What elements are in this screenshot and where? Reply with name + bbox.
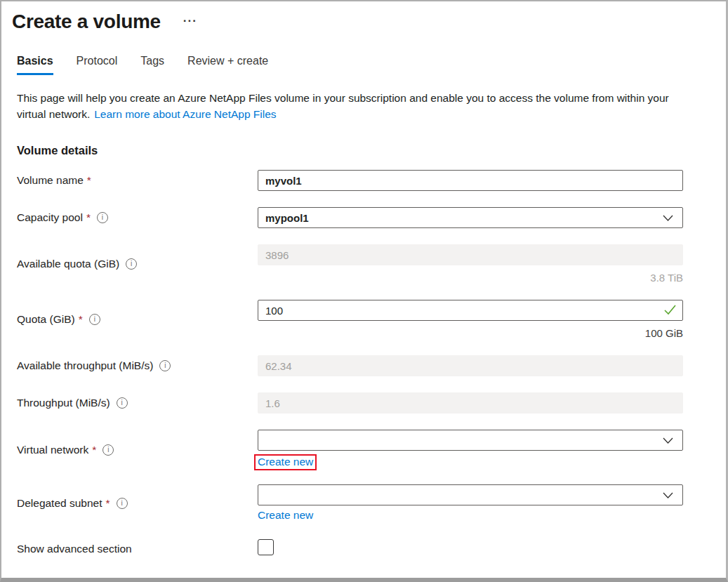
check-icon [664,305,676,315]
available-quota-hint: 3.8 TiB [258,272,683,284]
volume-name-label-cell: Volume name * [17,170,258,191]
section-title: Volume details [17,144,683,157]
throughput-label-cell: Throughput (MiB/s) [17,392,258,414]
available-throughput-row: Available throughput (MiB/s) [17,355,683,376]
delegated-subnet-row: Delegated subnet * Create new [17,484,683,522]
quota-label-cell: Quota (GiB) * [17,300,258,339]
quota-label: Quota (GiB) [17,313,75,326]
intro-text: This page will help you create an Azure … [17,90,683,122]
virtual-network-dropdown[interactable] [258,430,683,451]
tab-protocol[interactable]: Protocol [77,55,118,75]
info-icon[interactable] [102,444,114,456]
create-new-vnet-link[interactable]: Create new [258,456,313,468]
available-throughput-label-cell: Available throughput (MiB/s) [17,355,258,376]
create-new-subnet-link[interactable]: Create new [258,509,313,521]
show-advanced-checkbox[interactable] [258,539,274,555]
capacity-pool-value: mypool1 [265,212,309,224]
capacity-pool-dropdown[interactable]: mypool1 [258,207,683,228]
available-quota-label: Available quota (GiB) [17,258,119,270]
throughput-label: Throughput (MiB/s) [17,397,110,409]
page-title: Create a volume [12,11,161,33]
throughput-input [258,392,683,414]
required-marker: * [86,211,91,224]
show-advanced-label: Show advanced section [17,543,132,555]
create-volume-page: Create a volume ··· Basics Protocol Tags… [0,0,728,582]
required-marker: * [92,444,96,456]
tab-basics[interactable]: Basics [17,55,53,75]
delegated-subnet-label: Delegated subnet [17,497,102,510]
quota-hint: 100 GiB [258,327,683,339]
required-marker: * [87,174,91,187]
info-icon[interactable] [159,360,171,371]
tab-review-create[interactable]: Review + create [187,55,268,75]
learn-more-link[interactable]: Learn more about Azure NetApp Files [94,108,276,120]
tab-bar: Basics Protocol Tags Review + create [17,55,683,75]
available-throughput-label: Available throughput (MiB/s) [17,359,153,372]
volume-name-label: Volume name [17,174,84,187]
virtual-network-label: Virtual network [17,444,88,456]
show-advanced-label-cell: Show advanced section [17,538,258,560]
capacity-pool-row: Capacity pool * mypool1 [17,207,683,228]
info-icon[interactable] [117,397,128,409]
info-icon[interactable] [126,258,137,270]
info-icon[interactable] [89,314,100,325]
info-icon[interactable] [97,212,108,223]
chevron-down-icon [663,437,673,444]
volume-name-input[interactable] [258,170,683,191]
info-icon[interactable] [117,498,128,509]
volume-details-form: Volume name * Capacity pool * mypool1 [17,170,683,560]
virtual-network-row: Virtual network * Create new [17,430,683,470]
available-quota-input [258,244,683,265]
virtual-network-label-cell: Virtual network * [17,430,258,470]
tab-tags[interactable]: Tags [140,55,164,75]
page-header: Create a volume ··· [12,11,683,33]
delegated-subnet-label-cell: Delegated subnet * [17,484,258,522]
required-marker: * [106,497,110,510]
chevron-down-icon [663,492,673,498]
capacity-pool-label-cell: Capacity pool * [17,207,258,228]
available-quota-label-cell: Available quota (GiB) [17,244,258,284]
quota-input[interactable] [258,300,683,321]
show-advanced-row: Show advanced section [17,538,683,560]
throughput-row: Throughput (MiB/s) [17,392,683,414]
more-options-button[interactable]: ··· [183,15,197,27]
chevron-down-icon [663,215,673,221]
available-throughput-input [258,355,683,376]
quota-row: Quota (GiB) * 100 GiB [17,300,683,339]
volume-name-row: Volume name * [17,170,683,191]
capacity-pool-label: Capacity pool [17,211,83,224]
delegated-subnet-dropdown[interactable] [258,484,683,505]
required-marker: * [79,313,83,326]
annotation-highlight-box: Create new [254,454,317,470]
available-quota-row: Available quota (GiB) 3.8 TiB [17,244,683,284]
